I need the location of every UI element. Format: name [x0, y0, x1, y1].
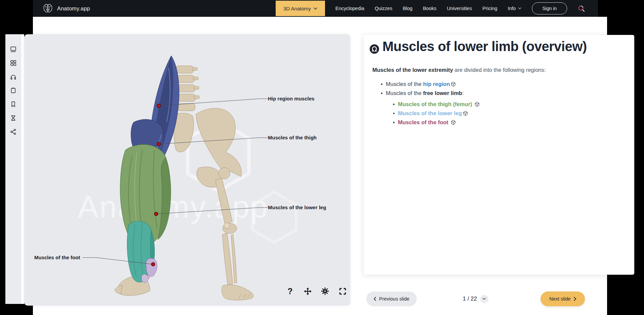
brand-link[interactable]: Anatomy.app: [42, 3, 90, 14]
chevron-left-icon: [374, 297, 376, 301]
cube-3d-icon[interactable]: [475, 102, 479, 107]
intro-text: Muscles of the lower extremity are divid…: [372, 66, 626, 74]
pelvis-bone: [196, 108, 241, 177]
list-item-hip: Muscles of the hip region: [386, 80, 626, 89]
muscle-foot-small: [141, 274, 148, 282]
tab-3d-anatomy-label: 3D Anatomy: [283, 6, 311, 11]
label-thigh[interactable]: Muscles of the thigh: [268, 135, 317, 140]
settings-button[interactable]: [320, 286, 330, 296]
link-thigh[interactable]: Muscles of the thigh (femur): [398, 101, 472, 107]
nav-item-blog[interactable]: Blog: [403, 6, 412, 11]
link-lower-leg[interactable]: Muscles of the lower leg: [398, 110, 462, 116]
slides-view-icon[interactable]: [10, 45, 17, 53]
pin-foot[interactable]: [151, 263, 155, 266]
right-femur: [216, 178, 232, 224]
content-card: Muscles of lower limb (overview) Muscles…: [364, 35, 634, 275]
left-toolbar: [5, 34, 21, 304]
region-list: Muscles of the hip region Muscles of the…: [372, 80, 626, 127]
label-hip-region[interactable]: Hip region muscles: [268, 96, 314, 101]
cube-3d-icon[interactable]: [463, 111, 468, 116]
right-tibia: [222, 233, 233, 285]
help-button[interactable]: ?: [285, 286, 295, 296]
cube-3d-icon[interactable]: [451, 120, 456, 125]
label-foot[interactable]: Muscles of the foot: [34, 255, 80, 260]
chevron-right-icon: [574, 297, 576, 301]
nav-item-pricing[interactable]: Pricing: [482, 6, 497, 11]
hourglass-history-icon[interactable]: [10, 114, 17, 122]
app-window: Anatomy.app 3D Anatomy Encyclopedia Quiz…: [0, 0, 644, 315]
top-nav: Anatomy.app 3D Anatomy Encyclopedia Quiz…: [33, 0, 598, 17]
previous-slide-button[interactable]: Previous slide: [366, 291, 417, 306]
nav-item-encyclopedia[interactable]: Encyclopedia: [335, 6, 364, 11]
pin-thigh[interactable]: [157, 142, 160, 146]
lumbar-spine: [176, 66, 199, 111]
left-toes: [115, 285, 122, 294]
muscle-foot[interactable]: [146, 258, 157, 276]
brain-logo-icon: [42, 3, 54, 14]
slide-counter: 1 / 22: [463, 291, 489, 306]
sacrum-bone: [174, 113, 194, 152]
link-hip-region[interactable]: hip region: [423, 81, 450, 87]
slide-select-dropdown[interactable]: [480, 295, 489, 303]
question-mark-icon: ?: [287, 287, 292, 296]
search-button[interactable]: [578, 5, 585, 12]
free-limb-sublist: Muscles of the thigh (femur) Muscles of …: [386, 100, 626, 127]
fullscreen-button[interactable]: [338, 286, 347, 296]
viewer-canvas[interactable]: Anatomy.app: [24, 34, 350, 306]
search-icon: [578, 5, 585, 12]
anatomy-3d-model[interactable]: [24, 34, 350, 306]
pin-hip-region[interactable]: [157, 104, 160, 107]
title-row: Muscles of lower limb (overview): [369, 38, 626, 54]
nav-item-info[interactable]: Info: [508, 6, 521, 11]
notes-icon[interactable]: [10, 87, 17, 94]
link-foot[interactable]: Muscles of the foot: [398, 119, 448, 125]
list-item-lower-leg: Muscles of the lower leg: [398, 109, 626, 118]
fullscreen-icon: [338, 287, 347, 296]
chevron-down-icon: [518, 7, 521, 9]
grid-view-icon[interactable]: [10, 59, 17, 66]
label-lower-leg[interactable]: Muscles of the lower leg: [268, 205, 326, 210]
nav-item-books[interactable]: Books: [423, 6, 436, 11]
sign-in-button[interactable]: Sign in: [532, 2, 567, 14]
pan-move-icon: [304, 287, 312, 296]
pan-move-button[interactable]: [303, 286, 312, 296]
cube-3d-icon[interactable]: [451, 82, 456, 87]
list-item-free-lower-limb: Muscles of the free lower limb: Muscles …: [386, 89, 626, 127]
pin-lower-leg[interactable]: [154, 212, 158, 216]
audio-headphones-icon[interactable]: [10, 73, 17, 80]
gear-icon: [321, 287, 329, 296]
femoral-head: [219, 168, 230, 179]
tab-3d-anatomy[interactable]: 3D Anatomy: [276, 1, 325, 16]
nav-links: 3D Anatomy Encyclopedia Quizzes Blog Boo…: [276, 1, 585, 16]
slide-counter-text: 1 / 22: [463, 296, 477, 302]
nav-item-quizzes[interactable]: Quizzes: [375, 6, 392, 11]
nav-item-universities[interactable]: Universities: [447, 6, 472, 11]
bookmark-icon[interactable]: [10, 100, 17, 108]
chevron-down-icon: [482, 298, 486, 300]
muscle-topic-icon: [369, 44, 379, 54]
next-slide-button[interactable]: Next slide: [541, 291, 585, 306]
viewer-controls: ?: [285, 286, 347, 296]
toolbar-gap: [21, 34, 24, 304]
chevron-down-icon: [314, 7, 317, 10]
share-icon[interactable]: [10, 128, 17, 135]
brand-name: Anatomy.app: [57, 5, 90, 12]
right-patella: [224, 223, 230, 229]
right-foot-bones: [222, 285, 254, 300]
page-title: Muscles of lower limb (overview): [382, 38, 587, 54]
list-item-foot: Muscles of the foot: [398, 118, 626, 127]
list-item-thigh: Muscles of the thigh (femur): [398, 100, 626, 109]
